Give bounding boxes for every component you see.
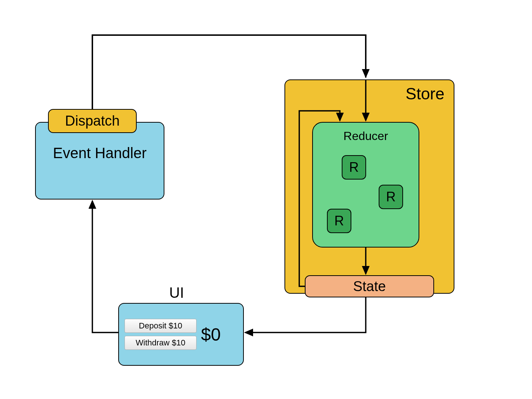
ui-box: Deposit $10 Withdraw $10 $0 [118,303,244,366]
withdraw-button[interactable]: Withdraw $10 [125,336,197,350]
reducer-chip: R [327,209,351,233]
reducer-label: Reducer [313,129,419,143]
deposit-button[interactable]: Deposit $10 [125,319,197,333]
balance-amount: $0 [201,324,221,345]
ui-buttons-group: Deposit $10 Withdraw $10 [125,319,197,350]
reducer-chip: R [342,155,366,180]
dispatch-label: Dispatch [65,113,120,129]
state-label: State [353,279,386,294]
event-handler-box: Event Handler [35,122,164,200]
reducer-chip: R [379,185,403,209]
event-handler-label: Event Handler [36,145,164,161]
state-box: State [305,275,434,297]
store-label: Store [406,85,444,103]
ui-heading: UI [169,284,184,301]
dispatch-box: Dispatch [48,109,137,133]
